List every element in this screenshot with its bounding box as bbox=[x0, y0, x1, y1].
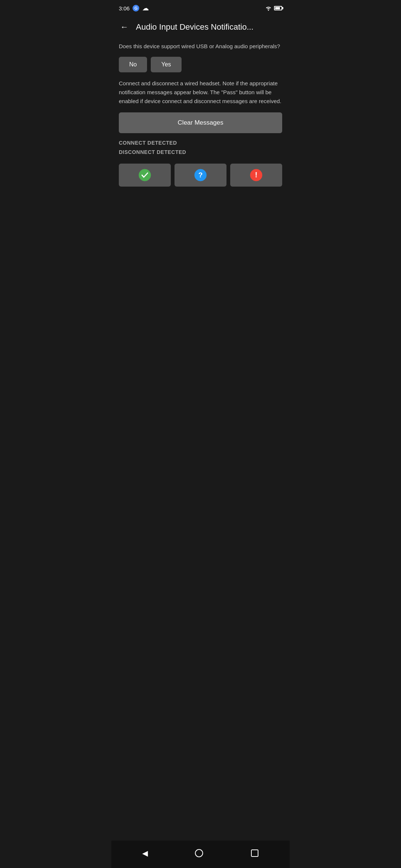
clear-messages-button[interactable]: Clear Messages bbox=[119, 112, 282, 133]
status-messages: CONNECT DETECTED DISCONNECT DETECTED bbox=[119, 138, 282, 157]
svg-point-6 bbox=[195, 849, 203, 857]
svg-point-0 bbox=[268, 10, 269, 11]
svg-text:!: ! bbox=[255, 170, 258, 179]
question-mark-icon: ? bbox=[194, 169, 207, 181]
nav-recent-icon bbox=[251, 849, 259, 857]
status-left: 3:06 G ☁ bbox=[119, 4, 149, 12]
svg-point-1 bbox=[139, 169, 151, 181]
wifi-icon bbox=[265, 6, 272, 11]
status-bar: 3:06 G ☁ bbox=[111, 0, 290, 15]
status-time: 3:06 bbox=[119, 5, 130, 11]
nav-bar: ◀ bbox=[111, 841, 290, 868]
nav-home-icon bbox=[195, 849, 203, 858]
svg-rect-7 bbox=[251, 850, 258, 857]
no-button[interactable]: No bbox=[119, 57, 147, 72]
exclamation-icon: ! bbox=[250, 169, 263, 181]
google-icon: G bbox=[133, 5, 139, 11]
connect-detected: CONNECT DETECTED bbox=[119, 138, 282, 148]
cloud-icon: ☁ bbox=[142, 4, 149, 12]
nav-recent-button[interactable] bbox=[248, 846, 262, 860]
action-buttons: ? ! bbox=[119, 164, 282, 187]
back-arrow-icon: ← bbox=[120, 22, 128, 32]
disconnect-detected: DISCONNECT DETECTED bbox=[119, 148, 282, 157]
pass-button[interactable] bbox=[119, 164, 171, 187]
info-button[interactable]: ? bbox=[175, 164, 226, 187]
yes-button[interactable]: Yes bbox=[151, 57, 181, 72]
back-button[interactable]: ← bbox=[119, 21, 130, 33]
nav-back-button[interactable]: ◀ bbox=[139, 846, 151, 861]
status-right bbox=[265, 6, 282, 11]
instruction-text: Connect and disconnect a wired headset. … bbox=[119, 79, 282, 106]
page-title: Audio Input Devices Notificatio... bbox=[136, 22, 282, 32]
main-content: Does this device support wired USB or An… bbox=[111, 39, 290, 841]
nav-home-button[interactable] bbox=[192, 846, 206, 861]
battery-icon bbox=[274, 6, 282, 10]
nav-back-icon: ◀ bbox=[142, 849, 148, 858]
header: ← Audio Input Devices Notificatio... bbox=[111, 15, 290, 39]
fail-button[interactable]: ! bbox=[230, 164, 282, 187]
question-text: Does this device support wired USB or An… bbox=[119, 42, 282, 51]
svg-text:?: ? bbox=[198, 171, 203, 179]
pass-checkmark-icon bbox=[138, 169, 151, 181]
yes-no-buttons: No Yes bbox=[119, 57, 282, 72]
